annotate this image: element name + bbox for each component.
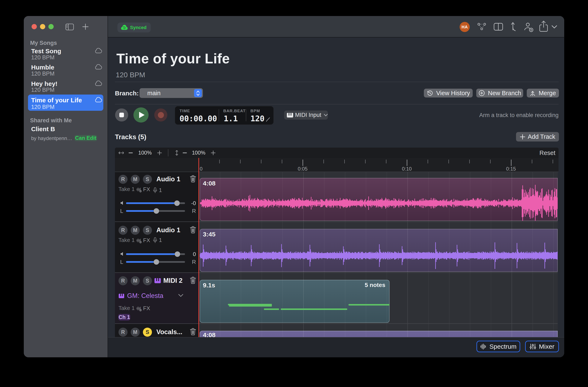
cloud-icon <box>94 64 102 70</box>
time-value: 00:00.00 <box>180 114 217 123</box>
merge-button[interactable]: Merge <box>527 89 559 97</box>
midi-note[interactable] <box>349 304 390 305</box>
ruler-tick <box>386 160 386 163</box>
waveform-path <box>200 242 558 269</box>
mute-button[interactable]: M <box>131 276 140 285</box>
branch-select[interactable]: main <box>140 88 203 98</box>
mute-button[interactable]: M <box>131 175 140 184</box>
add-track-button[interactable]: Add Track <box>516 132 559 142</box>
audio-region-1[interactable]: 4:08 <box>200 178 558 221</box>
slider-thumb[interactable] <box>154 208 159 214</box>
waveform <box>200 229 558 272</box>
playhead[interactable] <box>198 158 199 337</box>
solo-button[interactable]: S <box>143 226 152 235</box>
solo-button-active[interactable]: S <box>143 328 152 337</box>
slider-thumb[interactable] <box>175 251 180 257</box>
mic-input[interactable]: 1 <box>153 237 162 243</box>
timeline-ruler[interactable]: 00:050:100:15 <box>115 158 559 172</box>
flow-nodes-icon[interactable] <box>477 22 487 33</box>
divider <box>115 104 559 105</box>
share-icon[interactable] <box>539 21 548 33</box>
instrument-select[interactable]: GM: Celesta <box>119 292 163 300</box>
v-zoom-in-button[interactable] <box>211 150 215 155</box>
slider-fill <box>126 253 177 255</box>
record-arm-button[interactable]: R <box>119 175 127 184</box>
midi-note[interactable] <box>264 308 279 310</box>
mic-input[interactable]: 1 <box>153 187 162 194</box>
divider <box>246 109 246 121</box>
window-minimize-button[interactable] <box>40 24 45 29</box>
region-gridline <box>407 331 408 337</box>
delete-track-icon[interactable] <box>189 277 196 285</box>
record-arm-button[interactable]: R <box>119 276 127 285</box>
follow-cursor-icon[interactable] <box>510 22 518 33</box>
waveform-path <box>200 185 558 221</box>
track-header-midi: R M S MIDI 2 <box>115 273 199 323</box>
ruler-label: 0:10 <box>399 166 415 172</box>
delete-track-icon[interactable] <box>189 226 196 234</box>
mixer-button[interactable]: Mixer <box>525 341 559 352</box>
fx-button[interactable]: FX <box>136 305 150 312</box>
new-song-button[interactable] <box>82 23 89 31</box>
bpm-value[interactable]: 120 <box>251 114 265 123</box>
sidebar-item-song-selected[interactable]: Time of your Life 120 BPM <box>28 95 103 111</box>
audio-region-2[interactable]: 3:45 <box>200 229 558 272</box>
add-person-icon[interactable] <box>523 22 534 33</box>
region-gridline <box>470 331 470 337</box>
chevron-down-icon <box>324 114 328 116</box>
divider <box>219 109 219 121</box>
new-branch-button[interactable]: New Branch <box>476 89 523 97</box>
h-zoom-in-button[interactable] <box>157 150 162 155</box>
stop-button[interactable] <box>115 108 128 122</box>
audio-region-vocals[interactable]: 4:08 <box>200 331 558 337</box>
sidebar: My Songs Test Song 120 BPM Humble 120 BP… <box>24 16 107 357</box>
edit-pencil-icon[interactable] <box>266 117 271 123</box>
midi-note[interactable] <box>229 305 272 307</box>
v-zoom-out-button[interactable] <box>183 152 187 153</box>
record-arm-button[interactable]: R <box>119 226 127 235</box>
branch-label: Branch: <box>115 90 139 97</box>
slider-thumb[interactable] <box>174 200 180 206</box>
midi-input-select[interactable]: MIDI Input <box>284 110 328 120</box>
view-history-button[interactable]: View History <box>424 89 473 97</box>
chevron-down-icon[interactable] <box>178 294 184 298</box>
slider-thumb[interactable] <box>154 259 159 265</box>
h-zoom-out-button[interactable] <box>128 152 133 153</box>
row-divider <box>115 323 558 324</box>
arm-hint-text: Arm a track to enable recording <box>479 112 559 119</box>
ruler-tick <box>261 160 261 163</box>
speaker-icon <box>120 252 124 257</box>
solo-button[interactable]: S <box>143 175 152 184</box>
solo-button[interactable]: S <box>143 276 152 285</box>
midi-channel-badge: Ch 1 <box>118 314 130 321</box>
delete-track-icon[interactable] <box>189 175 196 183</box>
split-view-icon[interactable] <box>494 23 503 31</box>
main-content: Time of your Life 120 BPM Branch: main V… <box>108 38 564 337</box>
mute-button[interactable]: M <box>131 328 140 337</box>
chevron-down-icon[interactable] <box>551 25 557 30</box>
sidebar-section-my-songs: My Songs <box>30 40 57 46</box>
sidebar-toggle-icon[interactable] <box>65 23 74 31</box>
record-arm-button[interactable]: R <box>119 328 127 337</box>
delete-track-icon[interactable] <box>189 328 196 336</box>
piano-icon <box>119 294 124 298</box>
window-zoom-button[interactable] <box>48 24 54 29</box>
fx-button[interactable]: FX <box>136 237 150 244</box>
mute-button[interactable]: M <box>131 226 140 235</box>
midi-note[interactable] <box>281 308 347 310</box>
midi-region[interactable]: 9.1s 5 notes <box>200 280 390 323</box>
divider <box>168 149 168 156</box>
sync-status-badge[interactable]: Synced <box>117 22 151 32</box>
spectrum-button[interactable]: Spectrum <box>477 341 520 352</box>
fx-button[interactable]: FX <box>136 186 150 193</box>
v-zoom-value: 100% <box>192 150 205 156</box>
track-area: R M S Audio 1 Take 1 F <box>115 172 559 337</box>
play-button[interactable] <box>133 108 148 123</box>
divider <box>115 82 559 82</box>
speaker-icon <box>120 201 124 206</box>
ruler-tick <box>282 160 282 163</box>
record-button[interactable] <box>154 108 167 122</box>
window-close-button[interactable] <box>32 24 37 29</box>
zoom-reset-button[interactable]: Reset <box>539 150 555 156</box>
avatar[interactable]: HA <box>460 22 470 32</box>
